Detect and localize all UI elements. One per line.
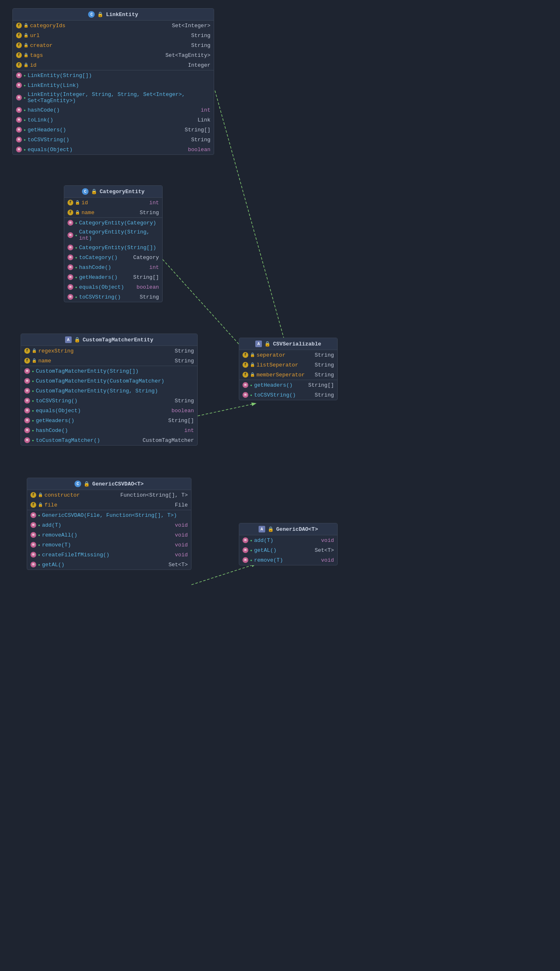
green-icon: ⬥ [32,399,34,403]
green-icon: ⬥ [32,418,34,423]
field-type: String [315,352,334,358]
green-icon: ⬥ [23,128,26,132]
green-icon: ⬥ [250,383,252,387]
method-name: getHeaders() [36,418,167,424]
method-name: getHeaders() [254,382,307,388]
green-icon: ⬥ [75,265,77,270]
green-icon: ⬥ [32,438,34,443]
method-icon-m: m [16,127,22,133]
field-constructor: f 🔒 constructor Function<String[], T> [27,490,191,500]
method-name: equals(Object) [79,284,135,290]
green-icon: ⬥ [38,513,40,518]
field-type: String [191,33,210,39]
method-row: m ⬥ equals(Object) boolean [21,406,197,415]
lock-icon: 🔒 [38,502,43,507]
fields-section-CustomTagMatcherEntity: f 🔒 regexString String f 🔒 name String [21,346,197,366]
class-type-icon-c: C [75,481,81,487]
class-CustomTagMatcherEntity: A 🔒 CustomTagMatcherEntity f 🔒 regexStri… [21,334,198,446]
method-name: toCSVString() [28,137,189,143]
svg-line-0 [215,91,288,354]
green-icon: ⬥ [23,118,26,122]
lock-icon: 🔒 [23,23,28,28]
method-icon-m: m [16,82,22,88]
green-icon: ⬥ [38,553,40,557]
method-icon-m: m [68,232,73,238]
green-icon: ⬥ [75,285,77,289]
method-icon-m: m [68,294,73,300]
method-row: m ⬥ CustomTagMatcherEntity(String[]) [21,366,197,376]
method-type: void [175,552,188,558]
method-name: equals(Object) [28,147,186,153]
method-name: remove(T) [42,542,173,548]
field-categoryIds: f 🔒 categoryIds Set<Integer> [13,21,214,30]
methods-section-CategoryEntity: m ⬥ CategoryEntity(Category) m ⬥ Categor… [64,218,162,302]
method-name: getAL() [254,547,313,553]
method-row: m ⬥ getHeaders() String[] [13,125,214,135]
method-type: String [191,137,210,143]
method-icon-m: m [24,437,30,443]
field-icon-f: f [16,62,22,68]
field-id: f 🔒 id int [64,198,162,208]
method-name: toCSVString() [254,392,313,398]
green-icon: ⬥ [32,379,34,383]
method-row: m ⬥ LinkEntity(Integer, String, String, … [13,90,214,105]
class-title-CategoryEntity: CategoryEntity [100,189,145,195]
method-row: m ⬥ GenericCSVDAO(File, Function<String[… [27,510,191,520]
lock-icon: 🔒 [23,33,28,38]
class-title-LinkEntity: LinkEntity [106,12,138,18]
method-type: void [175,532,188,538]
class-access-icon: 🔒 [74,337,80,343]
field-file: f 🔒 file File [27,500,191,510]
method-type: String[] [308,382,334,388]
method-type: String [140,294,159,300]
field-icon-f: f [243,352,248,358]
method-name: LinkEntity(Link) [28,82,209,89]
method-row: m ⬥ CustomTagMatcherEntity(String, Strin… [21,386,197,396]
method-type: Link [198,117,210,123]
class-access-icon: 🔒 [268,526,274,532]
green-icon: ⬥ [75,233,77,238]
field-type: String [315,372,334,378]
lock-icon: 🔒 [23,63,28,68]
field-icon-f: f [16,52,22,58]
field-listSeperator: f 🔒 listSeperator String [239,360,337,370]
method-name: remove(T) [254,557,320,563]
fields-section-CSVSerializable: f 🔒 seperator String f 🔒 listSeperator S… [239,350,337,380]
method-icon-m: m [24,388,30,394]
green-icon: ⬥ [38,543,40,547]
method-type: Category [133,254,159,261]
method-icon-m: m [24,368,30,374]
method-icon-m: m [243,557,248,563]
method-type: boolean [136,284,159,290]
method-row: m ⬥ hashCode() int [64,262,162,272]
method-icon-m: m [68,220,73,226]
methods-section-GenericCSVDAO: m ⬥ GenericCSVDAO(File, Function<String[… [27,510,191,570]
field-name: categoryIds [30,23,170,29]
method-icon-m: m [24,427,30,433]
method-name: CategoryEntity(Category) [79,220,159,226]
field-seperator: f 🔒 seperator String [239,350,337,360]
class-header-LinkEntity: C 🔒 LinkEntity [13,9,214,21]
method-row: m ⬥ hashCode() int [13,105,214,115]
class-access-icon: 🔒 [91,189,97,195]
method-icon-m: m [30,512,36,518]
green-icon: ⬥ [23,73,26,78]
method-name: CustomTagMatcherEntity(String, String) [36,388,194,394]
method-type: boolean [188,147,210,153]
method-row: m ⬥ LinkEntity(String[]) [13,70,214,80]
lock-icon: 🔒 [75,210,80,215]
class-type-icon-c: C [88,11,95,18]
method-name: hashCode() [28,107,199,113]
method-icon-m: m [68,264,73,270]
green-icon: ⬥ [250,538,252,543]
field-memberSeperator: f 🔒 memberSeperator String [239,370,337,380]
method-row: m ⬥ hashCode() int [21,425,197,435]
method-name: hashCode() [36,427,183,434]
method-row: m ⬥ add(T) void [239,535,337,545]
method-icon-m: m [243,537,248,543]
class-type-icon-abstract: A [255,341,262,347]
field-type: Set<Integer> [172,23,210,29]
method-row: m ⬥ toCustomTagMatcher() CustomTagMatche… [21,435,197,445]
class-header-CSVSerializable: A 🔒 CSVSerializable [239,338,337,350]
field-type: String [175,358,194,364]
